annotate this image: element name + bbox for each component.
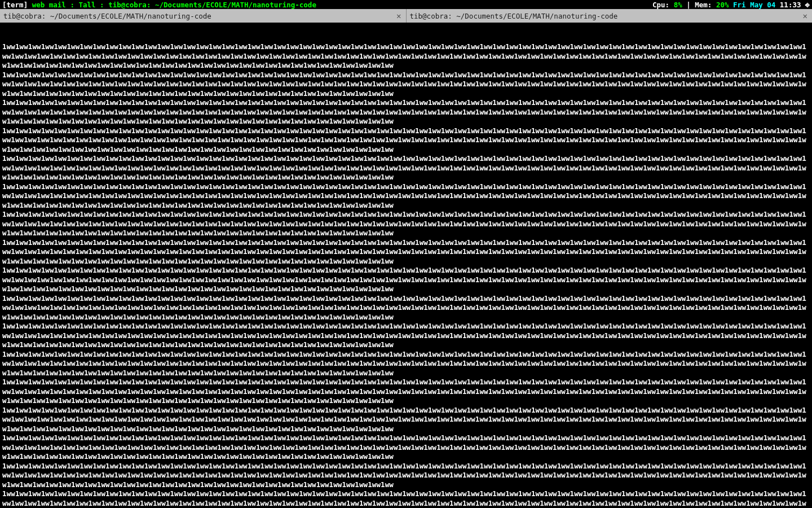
terminal-tab[interactable]: tib@cobra: ~/Documents/ECOLE/MATH/nanotu… [0,9,407,23]
status-bar: [term] web mail : Tall : tib@cobra: ~/Do… [0,0,812,9]
status-date: Fri May 04 [733,1,775,9]
status-time: 11:33 [780,1,801,9]
status-host-path: tib@cobra: ~/Documents/ECOLE/MATH/nanotu… [108,1,316,9]
mem-value: 20% [716,1,729,9]
close-icon[interactable]: ✕ [802,12,809,20]
tab-title: tib@cobra: ~/Documents/ECOLE/MATH/nanotu… [410,12,618,20]
status-sep-1: | [686,1,691,9]
tab-bar: tib@cobra: ~/Documents/ECOLE/MATH/nanotu… [0,9,812,23]
close-icon[interactable]: ✕ [395,12,402,20]
tab-title: tib@cobra: ~/Documents/ECOLE/MATH/nanotu… [3,12,211,20]
terminal-tab[interactable]: tib@cobra: ~/Documents/ECOLE/MATH/nanotu… [407,9,813,23]
cpu-value: 8% [674,1,682,9]
cpu-label: Cpu: [652,1,669,9]
status-trailing-icon: ⎆ [805,1,810,9]
status-tagline: web mail : Tall : [32,1,104,9]
terminal-output[interactable]: 1ww1ww1ww1ww1ww1ww1ww1ww1ww1ww1ww1ww1ww1… [0,23,812,508]
tape-output: 1ww1ww1ww1ww1ww1ww1ww1ww1ww1ww1ww1ww1ww1… [2,42,810,508]
status-term-label: [term] [2,1,28,9]
mem-label: Mem: [695,1,712,9]
